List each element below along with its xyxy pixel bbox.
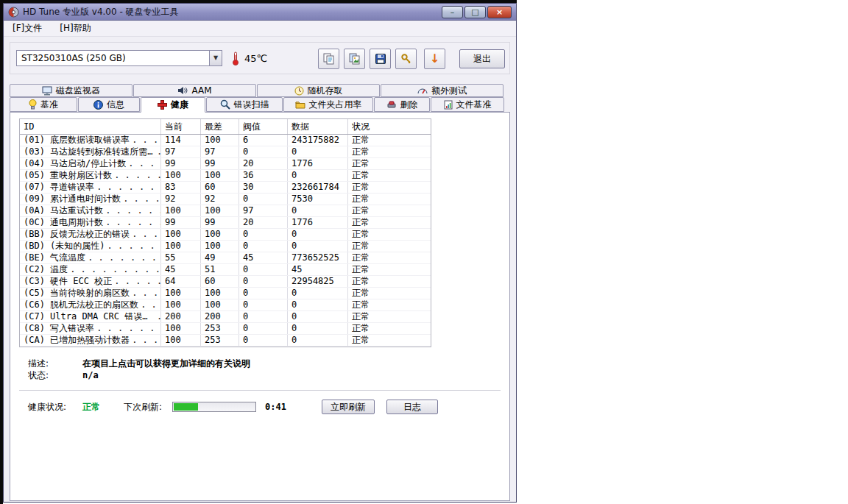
menu-file[interactable]: [F]文件 [10,21,45,36]
table-row[interactable]: (04) 马达启动/停止计数9999201776正常 [20,158,431,170]
table-row[interactable]: (0A) 马达重试计数100100970正常 [20,205,431,217]
table-row[interactable]: (C3) 硬件 ECC 校正6460022954825正常 [20,276,431,288]
attr-id-cell: (0C) 通电周期计数 [20,217,161,228]
table-row[interactable]: (05) 重映射扇区计数100100360正常 [20,170,431,182]
tab-label: 错误扫描 [234,99,269,111]
log-button[interactable]: 日志 [386,400,438,414]
tab-random-access[interactable]: 随机存取 [257,84,380,97]
screen: { "window": { "title": "HD Tune 专业版 v4.0… [0,0,848,504]
table-row[interactable]: (BD) (未知的属性)10010000正常 [20,241,431,252]
table-row[interactable]: (01) 底层数据读取错误率1141006243175882正常 [20,135,431,146]
tab-label: 文件夹占用率 [309,99,362,111]
attr-value-cell: 92 [201,194,239,205]
table-row[interactable]: (BE) 气流温度554945773652525正常 [20,252,431,264]
table-row[interactable]: (BB) 反馈无法校正的错误10010000正常 [20,229,431,241]
close-button[interactable]: × [487,6,512,18]
attr-value-cell: 0 [288,323,348,334]
attr-value-cell: 55 [161,252,201,263]
column-header-threshold[interactable]: 阀值 [239,119,288,134]
bulb-icon [29,99,37,110]
attr-value-cell: 正常 [348,264,431,275]
tab-extra-tests[interactable]: 额外测试 [381,84,504,97]
menu-help[interactable]: [H]帮助 [57,21,93,36]
options-button[interactable] [395,49,417,69]
separator-line [19,390,501,391]
tab-label: 磁盘监视器 [56,85,100,97]
smart-table-body: (01) 底层数据读取错误率1141006243175882正常(03) 马达旋… [20,135,431,347]
attr-value-cell: 正常 [348,205,431,216]
attr-id-cell: (C7) Ultra DMA CRC 错误计数.. [20,311,161,322]
titlebar[interactable]: HD Tune 专业版 v4.00 - 硬盘专业工具 – □ × [4,4,516,21]
copy-text-button[interactable] [318,49,339,69]
attr-value-cell: 0 [239,194,288,205]
attr-value-cell: 正常 [348,217,431,228]
tab-file-benchmark[interactable]: 文件基准 [431,97,504,112]
tab-health[interactable]: 健康 [141,97,205,113]
table-row[interactable]: (C6) 脱机无法校正的扇区数10010000正常 [20,299,431,311]
attr-value-cell: 正常 [348,335,431,346]
exit-button[interactable]: 退出 [459,49,505,68]
save-button[interactable] [370,49,391,69]
attr-value-cell: 100 [201,135,239,146]
attr-value-cell: 0 [239,264,288,275]
next-refresh-label: 下次刷新: [124,401,162,414]
tab-disk-monitor[interactable]: 磁盘监视器 [10,84,132,97]
column-header-status[interactable]: 状况 [348,119,431,134]
column-header-data[interactable]: 数据 [288,119,348,134]
column-header-worst[interactable]: 最差 [201,119,239,134]
refresh-now-button[interactable]: 立即刷新 [322,400,375,414]
progress-fill [174,403,197,411]
copy-text-icon [323,53,335,65]
tab-label: 随机存取 [308,85,343,97]
tab-aam[interactable]: AAM [133,84,256,97]
attr-value-cell: 20 [239,217,288,228]
caption-buttons: – □ × [442,6,512,18]
table-row[interactable]: (C7) Ultra DMA CRC 错误计数..20020000正常 [20,311,431,323]
app-icon [8,7,19,18]
minimize-button[interactable]: – [442,6,463,18]
status-label: 状态: [28,369,82,381]
attr-value-cell: 100 [201,205,239,216]
speaker-icon [177,86,188,95]
attr-value-cell: 100 [161,229,201,240]
column-header-id[interactable]: ID [20,119,161,134]
maximize-button[interactable]: □ [464,6,486,18]
attr-value-cell: 200 [161,311,201,322]
attr-value-cell: 51 [201,264,239,275]
tab-info[interactable]: 信息 [78,97,140,112]
copy-screenshot-button[interactable] [344,49,365,69]
attr-value-cell: 64 [161,276,201,287]
chevron-down-icon[interactable]: ▼ [209,51,222,65]
attr-value-cell: 100 [201,229,239,240]
table-row[interactable]: (CA) 已增加热骚动计数器10025300正常 [20,335,431,347]
table-row[interactable]: (C5) 当前待映射的扇区数10010000正常 [20,288,431,299]
attr-value-cell: 97 [239,205,288,216]
countdown-time: 0:41 [265,402,286,412]
attr-value-cell: 0 [288,288,348,299]
attr-value-cell: 0 [239,299,288,310]
table-row[interactable]: (07) 寻道错误率836030232661784正常 [20,182,431,194]
attr-id-cell: (05) 重映射扇区计数 [20,170,161,181]
tab-benchmark[interactable]: 基准 [10,97,77,112]
tab-erase[interactable]: 删除 [374,97,430,112]
attr-value-cell: 253 [201,335,239,346]
table-row[interactable]: (0C) 通电周期计数9999201776正常 [20,217,431,229]
smart-table-header: ID 当前 最差 阀值 数据 状况 [20,119,431,135]
attr-value-cell: 243175882 [288,135,348,146]
window-title: HD Tune 专业版 v4.00 - 硬盘专业工具 [23,6,436,18]
health-tab-page: ID 当前 最差 阀值 数据 状况 (01) 底层数据读取错误率11410062… [10,112,510,501]
table-row[interactable]: (09) 累计通电时间计数929207530正常 [20,194,431,205]
update-check-button[interactable]: ↓ [424,49,445,69]
table-row[interactable]: (03) 马达旋转到标准转速所需...979700正常 [20,146,431,158]
tab-folder-usage[interactable]: 文件夹占用率 [283,97,373,112]
attr-value-cell: 正常 [348,311,431,322]
description-value: 在项目上点击可以获得更加详细的有关说明 [82,358,250,369]
attr-id-cell: (CA) 已增加热骚动计数器 [20,335,161,346]
column-header-current[interactable]: 当前 [161,119,201,134]
attr-value-cell: 6 [239,135,288,146]
attr-value-cell: 99 [161,217,201,228]
drive-select[interactable]: ST3250310AS (250 GB) ▼ [16,50,222,66]
tab-error-scan[interactable]: 错误扫描 [206,97,283,112]
table-row[interactable]: (C8) 写入错误率10025300正常 [20,323,431,335]
table-row[interactable]: (C2) 温度4551045正常 [20,264,431,276]
